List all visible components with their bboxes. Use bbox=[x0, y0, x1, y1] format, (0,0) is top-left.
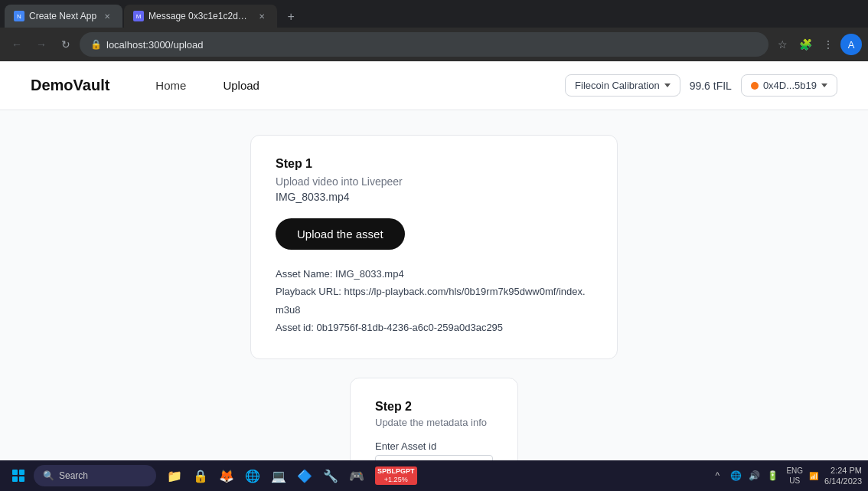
fil-balance: 99.6 tFIL bbox=[690, 80, 732, 92]
back-button[interactable]: ← bbox=[6, 34, 28, 55]
taskbar-icon-3[interactable]: 🦊 bbox=[214, 463, 239, 488]
network-selector[interactable]: Filecoin Calibration bbox=[565, 74, 680, 97]
more-button[interactable]: ⋮ bbox=[817, 34, 839, 55]
tray-icon-1[interactable]: ^ bbox=[710, 468, 725, 483]
tab-2-title: Message 0x3c1e1c2d176b644e2... bbox=[148, 11, 251, 21]
taskbar-wifi-icon: 📶 bbox=[809, 471, 818, 481]
tab-2-close[interactable]: ✕ bbox=[256, 10, 268, 22]
step1-label: Step 1 bbox=[276, 157, 592, 171]
browser-toolbar: ← → ↻ 🔒 localhost:3000/upload ☆ 🧩 ⋮ A bbox=[0, 28, 868, 61]
taskbar-search[interactable]: 🔍 Search bbox=[34, 465, 156, 486]
nav-link-home[interactable]: Home bbox=[155, 79, 186, 92]
asset-name-label: Asset Name: bbox=[276, 268, 335, 280]
tray-sound-icon[interactable]: 🔊 bbox=[746, 468, 762, 483]
taskbar-icon-7[interactable]: 🔧 bbox=[318, 463, 343, 488]
step1-card: Step 1 Upload video into Livepeer IMG_80… bbox=[250, 135, 618, 359]
tray-network-icon[interactable]: 🌐 bbox=[728, 468, 743, 483]
address-bar[interactable]: 🔒 localhost:3000/upload bbox=[80, 32, 768, 57]
new-tab-button[interactable]: + bbox=[280, 6, 302, 28]
main-content: Step 1 Upload video into Livepeer IMG_80… bbox=[0, 110, 868, 491]
asset-id-field-label: Enter Asset id bbox=[375, 440, 493, 452]
lock-icon: 🔒 bbox=[90, 39, 102, 50]
taskbar-icon-8[interactable]: 🎮 bbox=[344, 463, 369, 488]
url-text: localhost:3000/upload bbox=[106, 39, 204, 51]
profile-button[interactable]: A bbox=[840, 34, 862, 55]
extensions-button[interactable]: 🧩 bbox=[795, 34, 816, 55]
system-tray: ^ 🌐 🔊 🔋 bbox=[710, 468, 780, 483]
spbl-label: SPBLPGPT bbox=[377, 467, 415, 476]
reload-button[interactable]: ↻ bbox=[55, 34, 77, 55]
browser-chrome: N Create Next App ✕ M Message 0x3c1e1c2d… bbox=[0, 0, 868, 61]
spbl-value: +1.25% bbox=[384, 476, 408, 484]
playback-url-line: Playback URL: https://lp-playback.com/hl… bbox=[276, 283, 592, 319]
taskbar-right: ^ 🌐 🔊 🔋 ENG US 📶 2:24 PM 6/14/2023 bbox=[710, 465, 862, 487]
wallet-status-icon bbox=[751, 82, 759, 90]
taskbar-search-label: Search bbox=[59, 470, 88, 481]
asset-info: Asset Name: IMG_8033.mp4 Playback URL: h… bbox=[276, 265, 592, 337]
taskbar-icon-4[interactable]: 🌐 bbox=[240, 463, 265, 488]
network-label: Filecoin Calibration bbox=[575, 80, 660, 91]
taskbar-icon-6[interactable]: 🔷 bbox=[292, 463, 317, 488]
playback-url-label: Playback URL: bbox=[276, 286, 344, 297]
wallet-address: 0x4D...5b19 bbox=[763, 80, 817, 91]
spbl-app[interactable]: SPBLPGPT +1.25% bbox=[375, 466, 417, 485]
wallet-chevron-icon bbox=[821, 83, 827, 87]
nav-right: Filecoin Calibration 99.6 tFIL 0x4D...5b… bbox=[565, 74, 837, 97]
network-chevron-icon bbox=[664, 83, 671, 87]
taskbar: 🔍 Search 📁 🔒 🦊 🌐 💻 🔷 🔧 🎮 SPBLPGPT +1.25%… bbox=[0, 460, 868, 491]
bookmark-button[interactable]: ☆ bbox=[772, 34, 793, 55]
wallet-button[interactable]: 0x4D...5b19 bbox=[741, 74, 837, 97]
start-button[interactable] bbox=[6, 463, 31, 488]
asset-id-label: Asset id: bbox=[276, 322, 316, 333]
taskbar-clock-area[interactable]: 📶 bbox=[809, 471, 818, 481]
forward-button[interactable]: → bbox=[31, 34, 52, 55]
main-nav: DemoVault Home Upload Filecoin Calibrati… bbox=[0, 61, 868, 110]
step2-label: Step 2 bbox=[375, 400, 493, 414]
spbl-badge: SPBLPGPT +1.25% bbox=[375, 466, 417, 485]
tab-2-favicon: M bbox=[133, 11, 144, 21]
tab-1-favicon: N bbox=[14, 11, 24, 21]
browser-tabs: N Create Next App ✕ M Message 0x3c1e1c2d… bbox=[0, 0, 868, 28]
nav-brand: DemoVault bbox=[31, 77, 109, 94]
tab-2[interactable]: M Message 0x3c1e1c2d176b644e2... ✕ bbox=[124, 5, 277, 28]
nav-links: Home Upload bbox=[155, 79, 565, 92]
clock-time: 2:24 PM bbox=[824, 465, 862, 476]
step2-description: Update the metadata info bbox=[375, 417, 493, 428]
upload-asset-button[interactable]: Upload the asset bbox=[276, 218, 405, 250]
toolbar-actions: ☆ 🧩 ⋮ A bbox=[772, 34, 862, 55]
asset-name-line: Asset Name: IMG_8033.mp4 bbox=[276, 265, 592, 283]
system-lang: ENG US bbox=[786, 466, 803, 486]
asset-id-value: 0b19756f-81db-4236-a6c0-259a0d3ac295 bbox=[316, 322, 503, 333]
taskbar-icon-5[interactable]: 💻 bbox=[266, 463, 291, 488]
asset-id-line: Asset id: 0b19756f-81db-4236-a6c0-259a0d… bbox=[276, 319, 592, 336]
taskbar-pinned-apps: 📁 🔒 🦊 🌐 💻 🔷 🔧 🎮 bbox=[162, 463, 369, 488]
taskbar-icon-1[interactable]: 📁 bbox=[162, 463, 187, 488]
clock-date: 6/14/2023 bbox=[824, 476, 862, 486]
tab-1-close[interactable]: ✕ bbox=[101, 10, 113, 22]
taskbar-search-icon: 🔍 bbox=[43, 470, 54, 481]
windows-logo-icon bbox=[12, 470, 24, 482]
tab-1-title: Create Next App bbox=[29, 11, 96, 21]
taskbar-icon-2[interactable]: 🔒 bbox=[188, 463, 213, 488]
taskbar-clock[interactable]: 2:24 PM 6/14/2023 bbox=[824, 465, 862, 487]
lang-label: ENG bbox=[786, 466, 803, 476]
app-wrapper: DemoVault Home Upload Filecoin Calibrati… bbox=[0, 61, 868, 491]
tray-battery-icon[interactable]: 🔋 bbox=[765, 468, 780, 483]
asset-name-value: IMG_8033.mp4 bbox=[335, 268, 404, 280]
tab-1[interactable]: N Create Next App ✕ bbox=[5, 5, 122, 28]
step1-description: Upload video into Livepeer bbox=[276, 175, 592, 188]
step1-filename: IMG_8033.mp4 bbox=[276, 191, 592, 203]
nav-link-upload[interactable]: Upload bbox=[223, 79, 259, 92]
lang-region: US bbox=[786, 476, 803, 486]
